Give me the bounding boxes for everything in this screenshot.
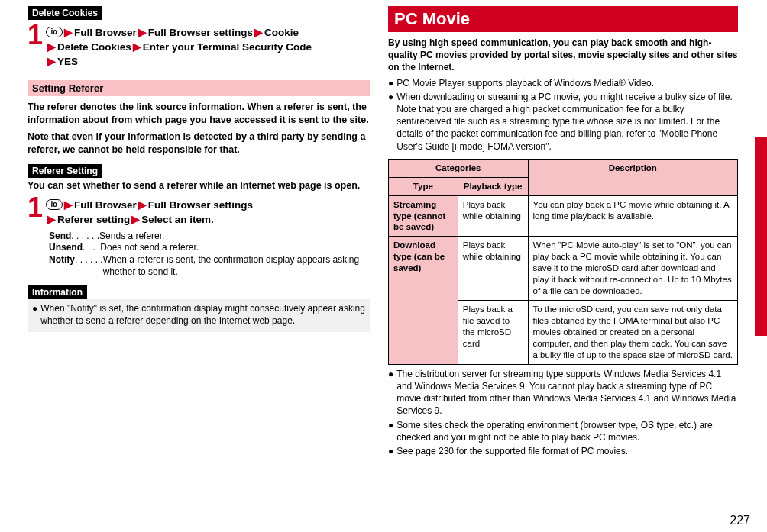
- setting-referer-para2: Note that even if your information is de…: [28, 131, 370, 156]
- def-send: Send . . . . . .Sends a referer.: [49, 231, 370, 243]
- information-label: Information: [28, 285, 87, 299]
- referer-setting-tag: Referer Setting: [28, 164, 102, 178]
- right-column: PC Movie By using high speed communicati…: [388, 6, 738, 457]
- pc-movie-intro: By using high speed communication, you c…: [388, 37, 738, 74]
- step-number-1b: 1: [28, 194, 43, 221]
- post-bullets: ●The distribution server for streaming t…: [388, 368, 738, 457]
- pre-bullet-0: ●PC Movie Player supports playback of Wi…: [388, 77, 738, 89]
- path-text: Delete Cookies: [57, 41, 131, 53]
- path-text: Full Browser: [74, 27, 137, 38]
- th-categories: Categories: [389, 159, 529, 177]
- categories-table: Categories Description Type Playback typ…: [388, 159, 738, 365]
- cell-pb-1: Plays back while obtaining: [458, 237, 528, 301]
- page-number: 227: [730, 514, 750, 527]
- arrow-icon: ▶: [254, 27, 263, 38]
- delete-cookies-step: 1 iα▶Full Browser▶Full Browser settings▶…: [28, 21, 370, 69]
- th-type: Type: [389, 177, 458, 195]
- post-bullet-0: ●The distribution server for streaming t…: [388, 368, 738, 418]
- i-alpha-icon: iα: [46, 199, 63, 210]
- path-text: Cookie: [264, 27, 299, 38]
- arrow-icon: ▶: [133, 41, 141, 53]
- th-playback: Playback type: [458, 177, 528, 195]
- bullet-dot-icon: ●: [388, 91, 393, 153]
- path-text: Enter your Terminal Security Code: [143, 41, 312, 53]
- pre-bullets: ●PC Movie Player supports playback of Wi…: [388, 77, 738, 153]
- path-text: Referer setting: [57, 214, 130, 225]
- def-unsend: Unsend . . . .Does not send a referer.: [49, 242, 370, 254]
- arrow-icon: ▶: [47, 56, 56, 67]
- cell-desc-0: You can play back a PC movie while obtai…: [528, 195, 737, 237]
- path-text: Full Browser: [74, 199, 137, 211]
- cell-type-1: Download type (can be saved): [389, 237, 458, 364]
- bullet-dot-icon: ●: [388, 419, 393, 443]
- cell-desc-2: To the microSD card, you can save not on…: [528, 301, 737, 365]
- path-text: YES: [57, 56, 78, 67]
- information-body: ●When "Notify" is set, the confirmation …: [28, 299, 370, 331]
- delete-cookies-tag: Delete Cookies: [28, 6, 102, 20]
- bullet-dot-icon: ●: [388, 445, 393, 457]
- information-text: When "Notify" is set, the confirmation d…: [40, 302, 365, 327]
- referer-setting-lead: You can set whether to send a referer wh…: [28, 179, 370, 192]
- arrow-icon: ▶: [138, 27, 147, 38]
- arrow-icon: ▶: [64, 199, 73, 211]
- post-bullet-2: ●See page 230 for the supported file for…: [388, 445, 738, 457]
- cell-desc-1: When "PC Movie auto-play" is set to "ON"…: [528, 237, 737, 301]
- arrow-icon: ▶: [64, 27, 73, 38]
- table-row: Streaming type (cannot be saved) Plays b…: [389, 195, 738, 237]
- post-bullet-1: ●Some sites check the operating environm…: [388, 419, 738, 443]
- cell-pb-2: Plays back a file saved to the microSD c…: [458, 301, 528, 365]
- arrow-icon: ▶: [47, 214, 56, 225]
- def-notify: Notify. . . . . .When a referer is sent,…: [49, 254, 370, 278]
- th-description: Description: [528, 159, 737, 195]
- bullet-dot-icon: ●: [388, 77, 393, 89]
- pc-movie-title: PC Movie: [388, 6, 738, 32]
- path-text: Full Browser settings: [148, 27, 253, 38]
- bullet-dot-icon: ●: [388, 368, 393, 418]
- arrow-icon: ▶: [138, 199, 147, 211]
- path-text: Select an item.: [141, 214, 214, 225]
- path-text: Full Browser settings: [148, 199, 253, 211]
- setting-referer-para1: The referer denotes the link source info…: [28, 101, 370, 127]
- pre-bullet-1: ●When downloading or streaming a PC movi…: [388, 91, 738, 153]
- left-column: Delete Cookies 1 iα▶Full Browser▶Full Br…: [28, 6, 370, 457]
- setting-referer-heading: Setting Referer: [28, 80, 370, 96]
- arrow-icon: ▶: [47, 41, 56, 53]
- cell-type-0: Streaming type (cannot be saved): [389, 195, 458, 237]
- table-row: Download type (can be saved) Plays back …: [389, 237, 738, 301]
- step-number-1a: 1: [28, 21, 43, 49]
- cell-pb-0: Plays back while obtaining: [458, 195, 528, 237]
- side-tab: Full Browser/PC Movie: [750, 137, 767, 336]
- side-tab-label: Full Browser/PC Movie: [753, 142, 765, 266]
- arrow-icon: ▶: [131, 214, 140, 225]
- definition-list: Send . . . . . .Sends a referer. Unsend …: [28, 231, 370, 278]
- bullet-dot-icon: ●: [32, 302, 37, 327]
- i-alpha-icon: iα: [46, 27, 63, 37]
- referer-setting-step: 1 iα▶Full Browser▶Full Browser settings …: [28, 194, 370, 227]
